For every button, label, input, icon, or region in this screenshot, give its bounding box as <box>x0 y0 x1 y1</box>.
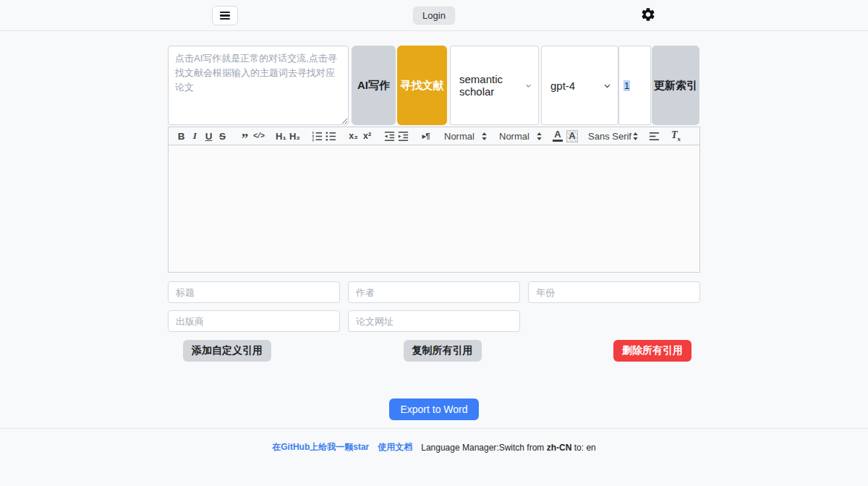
export-row: Export to Word <box>168 398 700 420</box>
year-input[interactable] <box>528 281 700 303</box>
updown-arrows-icon <box>481 132 488 141</box>
paper-url-input[interactable] <box>348 310 520 332</box>
language-prefix: Language Manager:Switch from <box>421 443 544 453</box>
size-picker-value: Normal <box>444 131 475 142</box>
header-2-button[interactable]: H₂ <box>288 128 302 144</box>
align-button[interactable] <box>647 128 661 144</box>
gear-icon[interactable] <box>640 7 656 22</box>
italic-button[interactable]: I <box>188 128 202 144</box>
clear-formatting-button[interactable]: Tx <box>671 129 681 142</box>
citation-form <box>168 281 700 332</box>
control-row: AI写作 寻找文献 semantic scholar gpt-4 1 更新索引 <box>168 46 700 125</box>
font-picker-value: Sans Serif <box>588 131 631 142</box>
ordered-list-button[interactable] <box>310 128 324 144</box>
code-block-button[interactable]: </> <box>252 128 265 144</box>
indent-icon <box>397 130 409 142</box>
outdent-icon <box>383 130 396 142</box>
index-count-input[interactable]: 1 <box>618 46 651 125</box>
model-select[interactable]: gpt-4 <box>541 46 618 125</box>
model-select-value: gpt-4 <box>550 80 575 92</box>
author-input[interactable] <box>348 281 520 303</box>
updown-arrows-icon <box>632 132 639 141</box>
add-custom-citation-button[interactable]: 添加自定义引用 <box>183 340 271 362</box>
docs-link[interactable]: 使用文档 <box>378 441 412 453</box>
ai-write-button[interactable]: AI写作 <box>352 46 396 125</box>
citation-actions: 添加自定义引用 复制所有引用 删除所有引用 <box>168 340 700 362</box>
export-to-word-button[interactable]: Export to Word <box>389 398 478 420</box>
align-icon <box>648 131 660 142</box>
prompt-textarea[interactable] <box>168 46 349 125</box>
bullet-list-button[interactable] <box>324 128 338 144</box>
ordered-list-icon <box>311 130 323 142</box>
outdent-button[interactable] <box>383 128 396 144</box>
size-picker[interactable]: Normal <box>444 131 488 142</box>
header-picker-value: Normal <box>499 131 529 142</box>
highlight-color-button[interactable]: A <box>566 130 578 142</box>
index-count-value: 1 <box>624 80 630 91</box>
bullet-list-icon <box>325 130 337 142</box>
text-color-button[interactable]: A <box>553 130 563 142</box>
chevron-down-icon <box>603 82 611 90</box>
source-select[interactable]: semantic scholar <box>450 46 539 125</box>
font-picker[interactable]: Sans Serif <box>588 131 639 142</box>
source-select-value: semantic scholar <box>459 73 525 98</box>
chevron-down-icon <box>525 82 532 90</box>
delete-all-citations-button[interactable]: 删除所有引用 <box>613 340 692 362</box>
copy-all-citations-button[interactable]: 复制所有引用 <box>404 340 482 362</box>
subscript-button[interactable]: x₂ <box>346 128 360 144</box>
strike-button[interactable]: S <box>216 128 229 144</box>
updown-arrows-icon <box>536 132 542 141</box>
underline-button[interactable]: U <box>202 128 216 144</box>
login-button[interactable]: Login <box>413 7 455 25</box>
find-papers-button[interactable]: 寻找文献 <box>397 46 447 125</box>
language-to-label: to: <box>574 443 584 453</box>
superscript-button[interactable]: x² <box>360 128 374 144</box>
update-index-button[interactable]: 更新索引 <box>652 46 699 125</box>
bold-button[interactable]: B <box>174 128 188 144</box>
main-content: AI写作 寻找文献 semantic scholar gpt-4 1 更新索引 … <box>168 46 700 420</box>
publisher-input[interactable] <box>168 310 340 332</box>
header-1-button[interactable]: H₁ <box>274 128 288 144</box>
header-picker[interactable]: Normal <box>499 131 542 142</box>
menu-button[interactable] <box>212 6 238 25</box>
blockquote-button[interactable]: ” <box>238 128 252 144</box>
top-bar: Login <box>0 0 868 31</box>
language-current: zh-CN <box>547 443 572 453</box>
text-direction-button[interactable]: ▸¶ <box>419 128 433 144</box>
editor-toolbar: B I U S ” </> H₁ H₂ x₂ x² <box>168 127 700 145</box>
title-input[interactable] <box>168 281 340 303</box>
footer: 在GitHub上给我一颗star 使用文档 Language Manager:S… <box>0 429 868 466</box>
language-target[interactable]: en <box>586 443 595 453</box>
rich-text-editor[interactable] <box>168 145 700 273</box>
indent-button[interactable] <box>396 128 410 144</box>
github-star-link[interactable]: 在GitHub上给我一颗star <box>272 441 369 453</box>
hamburger-icon <box>220 12 230 20</box>
language-switcher: Language Manager:Switch from zh-CN to: e… <box>421 443 596 453</box>
